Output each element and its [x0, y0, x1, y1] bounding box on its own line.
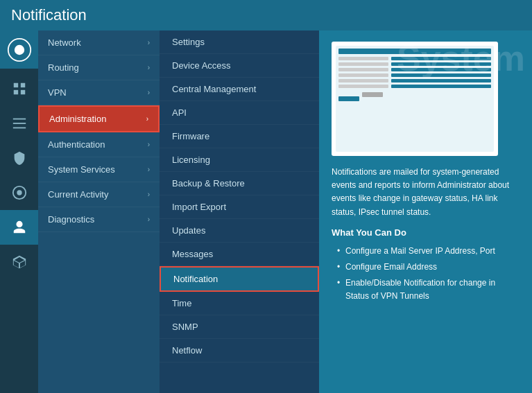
sub-menu-device-access[interactable]: Device Access — [160, 54, 319, 78]
bullets-list: Configure a Mail Server IP Address, Port… — [332, 245, 520, 304]
sidebar-icon-shield[interactable] — [0, 141, 38, 175]
nav-item-system-services[interactable]: System Services › — [38, 157, 160, 182]
nav-chevron-network: › — [148, 39, 150, 46]
sub-menu-snmp-label: SNMP — [172, 322, 198, 332]
nav-sidebar: Network › Routing › VPN › Administration… — [38, 30, 160, 393]
sub-menu: Settings Device Access Central Managemen… — [160, 30, 319, 393]
sub-menu-licensing[interactable]: Licensing — [160, 148, 319, 172]
nav-item-network-label: Network — [48, 37, 81, 48]
nav-chevron-system-services: › — [148, 166, 150, 173]
svg-rect-2 — [13, 83, 17, 87]
sub-menu-settings-label: Settings — [172, 37, 205, 47]
sub-menu-backup-restore[interactable]: Backup & Restore — [160, 172, 319, 195]
svg-point-1 — [14, 44, 24, 54]
nav-item-vpn-label: VPN — [48, 87, 67, 98]
sub-menu-time[interactable]: Time — [160, 292, 319, 315]
nav-chevron-current-activity: › — [148, 191, 150, 198]
sub-menu-firmware-label: Firmware — [172, 131, 209, 141]
nav-chevron-diagnostics: › — [148, 216, 150, 223]
sub-menu-settings[interactable]: Settings — [160, 30, 319, 54]
nav-chevron-authentication: › — [148, 141, 150, 148]
sub-menu-notification[interactable]: Notification — [160, 266, 319, 292]
nav-chevron-vpn: › — [148, 89, 150, 96]
nav-item-diagnostics[interactable]: Diagnostics › — [38, 207, 160, 232]
sub-menu-netflow[interactable]: Netflow — [160, 339, 319, 363]
description-text: Notifications are mailed for system-gene… — [332, 166, 520, 219]
svg-rect-4 — [13, 90, 17, 94]
nav-item-routing-label: Routing — [48, 62, 79, 73]
nav-item-system-services-label: System Services — [48, 164, 115, 175]
sub-menu-messages[interactable]: Messages — [160, 243, 319, 266]
nav-chevron-administration: › — [146, 115, 148, 123]
sub-menu-api[interactable]: API — [160, 101, 319, 125]
nav-item-current-activity[interactable]: Current Activity › — [38, 182, 160, 207]
sub-menu-central-management-label: Central Management — [172, 84, 256, 94]
sub-menu-updates[interactable]: Updates — [160, 219, 319, 243]
svg-point-10 — [17, 190, 22, 195]
nav-item-authentication-label: Authentication — [48, 139, 105, 150]
sub-menu-central-management[interactable]: Central Management — [160, 78, 319, 101]
sub-menu-device-access-label: Device Access — [172, 60, 231, 71]
sub-menu-netflow-label: Netflow — [172, 345, 202, 356]
what-you-can-do-heading: What You Can Do — [332, 226, 520, 241]
nav-item-administration-label: Administration — [49, 114, 106, 124]
sidebar-icon-dashboard[interactable] — [0, 71, 38, 106]
bullet-item-3: Enable/Disable Notification for change i… — [337, 277, 520, 303]
sub-menu-notification-label: Notification — [173, 274, 218, 284]
sidebar-icon-network[interactable] — [0, 106, 38, 141]
page-title: Notification — [11, 6, 87, 24]
nav-item-vpn[interactable]: VPN › — [38, 80, 160, 105]
sub-menu-licensing-label: Licensing — [172, 155, 210, 165]
sophos-logo — [0, 30, 38, 69]
svg-rect-8 — [12, 128, 25, 129]
nav-item-administration[interactable]: Administration › — [38, 105, 160, 132]
sub-menu-api-label: API — [172, 107, 187, 118]
svg-rect-7 — [12, 123, 25, 124]
sub-menu-firmware[interactable]: Firmware — [160, 125, 319, 148]
sub-menu-backup-restore-label: Backup & Restore — [172, 178, 245, 189]
bullet-item-2: Configure Email Address — [337, 261, 520, 274]
sub-menu-messages-label: Messages — [172, 249, 213, 259]
bullet-item-1: Configure a Mail Server IP Address, Port — [337, 245, 520, 258]
sub-menu-time-label: Time — [172, 298, 191, 308]
nav-item-diagnostics-label: Diagnostics — [48, 214, 94, 225]
content-description: Notifications are mailed for system-gene… — [332, 166, 520, 303]
sub-menu-import-export-label: Import Export — [172, 202, 226, 212]
nav-chevron-routing: › — [148, 64, 150, 71]
page-header: Notification — [0, 0, 532, 30]
sub-menu-updates-label: Updates — [172, 225, 205, 236]
nav-item-network[interactable]: Network › — [38, 30, 160, 55]
nav-item-authentication[interactable]: Authentication › — [38, 132, 160, 157]
nav-item-current-activity-label: Current Activity — [48, 189, 108, 200]
sidebar-icon-vpn[interactable] — [0, 175, 38, 210]
sub-menu-snmp[interactable]: SNMP — [160, 315, 319, 339]
sidebar-icon-admin[interactable] — [0, 210, 38, 245]
svg-rect-5 — [20, 90, 24, 94]
svg-rect-6 — [12, 119, 25, 120]
nav-item-routing[interactable]: Routing › — [38, 55, 160, 80]
sub-menu-import-export[interactable]: Import Export — [160, 195, 319, 219]
content-area: System — [319, 30, 532, 393]
svg-rect-3 — [20, 83, 24, 87]
notification-screenshot — [332, 42, 498, 156]
sidebar-icon-system[interactable] — [0, 245, 38, 279]
icon-sidebar — [0, 30, 38, 393]
